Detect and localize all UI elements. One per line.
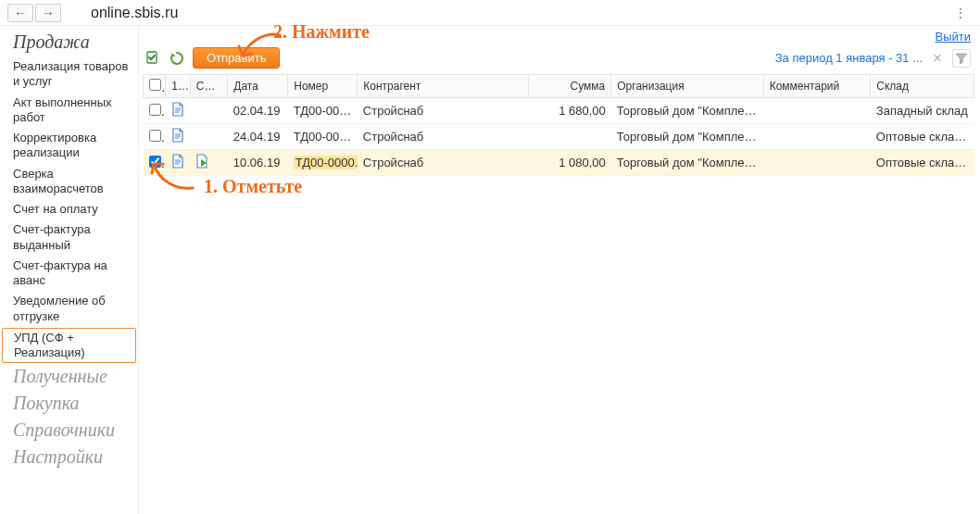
row-comment (763, 150, 871, 176)
col-checkbox[interactable] (144, 75, 166, 98)
row-org: Торговый дом "Комплексны... (611, 124, 763, 150)
period-clear-icon[interactable]: × (930, 50, 945, 67)
row-checkbox[interactable] (149, 130, 161, 142)
sidebar-section-settings[interactable]: Настройки (0, 445, 138, 471)
row-sbis-icon (190, 98, 228, 124)
sidebar-section-received[interactable]: Полученные (0, 364, 138, 391)
row-checkbox-cell[interactable] (144, 124, 166, 150)
filter-icon[interactable] (952, 49, 971, 68)
row-checkbox[interactable] (149, 156, 161, 168)
col-num[interactable]: Номер (288, 75, 358, 98)
row-org: Торговый дом "Комплексны... (611, 98, 763, 124)
row-sum: 1 680,00 (528, 98, 610, 124)
row-checkbox-cell[interactable] (144, 98, 166, 124)
sidebar-section-title: Продажа (0, 30, 138, 56)
row-contragent: Стройснаб (358, 124, 529, 150)
refresh-icon[interactable] (169, 50, 185, 67)
row-sum (528, 124, 610, 150)
more-menu-icon[interactable]: ⋮ (949, 6, 973, 20)
sidebar-item-akt[interactable]: Акт выполненных работ (0, 93, 138, 129)
col-sum[interactable]: Сумма (528, 75, 610, 98)
row-1c-icon (166, 150, 190, 176)
col-comment[interactable]: Комментарий (763, 75, 871, 98)
address-bar: ← → online.sbis.ru ⋮ (0, 0, 980, 26)
annotation-step1: 1. Отметьте (204, 176, 302, 197)
row-contragent: Стройснаб (358, 98, 529, 124)
sidebar-item-sverka[interactable]: Сверка взаиморасчетов (0, 164, 138, 200)
row-checkbox[interactable] (149, 104, 161, 116)
header-checkbox[interactable] (149, 79, 161, 91)
page-url: online.sbis.ru (91, 5, 949, 21)
period-label[interactable]: За период 1 января - 31 ... (775, 51, 923, 65)
back-button[interactable]: ← (7, 4, 33, 22)
main-area: Выйти Отправить За период 1 января - 31 … (139, 26, 980, 514)
row-checkbox-cell[interactable] (144, 150, 166, 176)
row-date: 10.06.19 (228, 150, 288, 176)
col-date[interactable]: Дата (228, 75, 288, 98)
sidebar: Продажа Реализация товаров и услуг Акт в… (0, 26, 139, 514)
row-date: 24.04.19 (228, 124, 288, 150)
col-warehouse[interactable]: Склад (871, 75, 974, 98)
table-row[interactable]: 24.04.19ТД00-0000...СтройснабТорговый до… (144, 124, 974, 150)
select-all-icon[interactable] (144, 50, 161, 67)
row-warehouse: Западный склад (871, 98, 974, 124)
row-number: ТД00-0000... (288, 98, 358, 124)
row-comment (763, 98, 871, 124)
forward-button[interactable]: → (35, 4, 61, 22)
row-1c-icon (166, 124, 190, 150)
row-contragent: Стройснаб (358, 150, 529, 176)
row-warehouse: Оптовые склады (871, 124, 974, 150)
col-contragent[interactable]: Контрагент (358, 75, 529, 98)
row-date: 02.04.19 (228, 98, 288, 124)
row-sbis-icon (190, 124, 228, 150)
col-1c[interactable]: 1С (166, 75, 190, 98)
col-org[interactable]: Организация (611, 75, 763, 98)
sidebar-item-uvedomlenie[interactable]: Уведомление об отгрузке (0, 291, 138, 327)
sidebar-item-realizatsiya[interactable]: Реализация товаров и услуг (0, 56, 138, 93)
row-sum: 1 080,00 (528, 150, 610, 176)
sidebar-item-schet-oplata[interactable]: Счет на оплату (0, 199, 138, 219)
sidebar-item-korrektirovka[interactable]: Корректировка реализации (0, 128, 138, 164)
row-warehouse: Оптовые склады (871, 150, 974, 176)
documents-table: 1С СБИС Дата Номер Контрагент Сумма Орга… (143, 74, 974, 176)
row-number: ТД00-0000... (288, 124, 358, 150)
sidebar-item-sf-avans[interactable]: Счет-фактура на аванс (0, 256, 138, 292)
table-row[interactable]: 02.04.19ТД00-0000...Стройснаб1 680,00Тор… (144, 98, 974, 124)
logout-link[interactable]: Выйти (936, 30, 972, 44)
row-sbis-icon (190, 150, 228, 176)
sidebar-item-sf-vydannyy[interactable]: Счет-фактура выданный (0, 219, 138, 256)
row-1c-icon (166, 98, 190, 124)
send-button[interactable]: Отправить (193, 47, 280, 69)
sidebar-item-upd[interactable]: УПД (СФ + Реализация) (2, 328, 136, 364)
toolbar: Отправить За период 1 января - 31 ... × (139, 44, 980, 74)
table-row[interactable]: 10.06.19ТД00-0000...Стройснаб1 080,00Тор… (144, 150, 974, 176)
row-org: Торговый дом "Комплексны... (611, 150, 763, 176)
col-sbis[interactable]: СБИС (190, 75, 228, 98)
sidebar-section-dictionaries[interactable]: Справочники (0, 418, 138, 445)
sidebar-section-purchase[interactable]: Покупка (0, 391, 138, 418)
row-number: ТД00-0000... (288, 150, 358, 176)
row-comment (763, 124, 871, 150)
